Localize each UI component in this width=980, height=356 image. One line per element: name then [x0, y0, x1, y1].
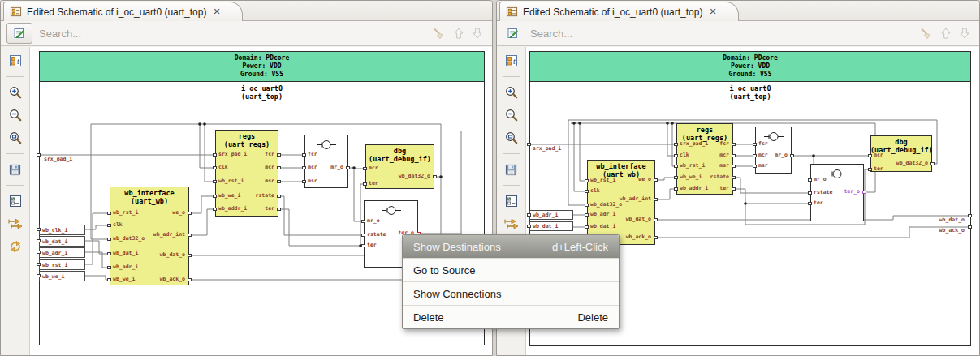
zoom-in-icon[interactable] [501, 82, 522, 103]
menu-item-delete[interactable]: DeleteDelete [403, 305, 619, 328]
menu-item-label: Delete [413, 311, 444, 324]
clear-broom-icon[interactable] [432, 27, 445, 40]
zoom-out-icon[interactable] [501, 105, 522, 126]
menu-item-go-to-source[interactable]: Go to Source [403, 258, 619, 281]
clear-broom-icon[interactable] [919, 27, 932, 40]
find-previous-icon[interactable] [941, 28, 951, 39]
schematic-options-icon[interactable] [501, 50, 522, 71]
tab-title: Edited Schematic of i_oc_uart0 (uart_top… [27, 6, 206, 18]
context-menu: Show Destinationsd+Left-ClickGo to Sourc… [402, 234, 620, 329]
search-options-button[interactable] [6, 23, 32, 44]
save-icon[interactable] [501, 159, 522, 180]
menu-item-shortcut: d+Left-Click [552, 241, 608, 253]
menu-item-label: Go to Source [413, 264, 476, 277]
toolbar-separator [503, 153, 520, 154]
find-next-icon[interactable] [473, 28, 482, 39]
search-input[interactable] [37, 27, 427, 41]
tab-bar-left: Edited Schematic of i_oc_uart0 (uart_top… [1, 1, 492, 21]
zoom-fit-icon[interactable] [5, 127, 26, 148]
tab-schematic-left[interactable]: Edited Schematic of i_oc_uart0 (uart_top… [3, 2, 243, 21]
search-edit-icon [13, 27, 26, 40]
search-input[interactable] [529, 27, 914, 41]
find-previous-icon[interactable] [454, 28, 464, 39]
tab-close-icon[interactable]: ✕ [709, 6, 716, 17]
menu-item-show-connections[interactable]: Show Connections [403, 281, 619, 305]
tab-title: Edited Schematic of i_oc_uart0 (uart_top… [523, 6, 702, 18]
tab-close-icon[interactable]: ✕ [213, 6, 220, 17]
menu-item-label: Show Destinations [413, 241, 501, 253]
menu-item-label: Show Connections [413, 288, 501, 300]
schematic-toolbar-left [1, 47, 30, 355]
tab-bar-right: Edited Schematic of i_oc_uart0 (uart_top… [497, 1, 979, 21]
regenerate-icon[interactable] [5, 236, 26, 257]
preferences-icon[interactable] [501, 191, 522, 212]
schematic-tab-icon [10, 6, 22, 18]
follow-connection-icon[interactable] [501, 213, 522, 234]
search-edit-icon [507, 27, 520, 40]
schematic-tab-icon [506, 6, 518, 18]
schematic-options-icon[interactable] [5, 50, 26, 71]
tab-schematic-right[interactable]: Edited Schematic of i_oc_uart0 (uart_top… [499, 2, 739, 21]
zoom-fit-icon[interactable] [501, 127, 522, 148]
menu-item-shortcut: Delete [577, 311, 608, 324]
search-bar-right [497, 21, 979, 46]
toolbar-separator [6, 76, 24, 77]
toolbar-separator [503, 185, 520, 186]
search-bar-left [1, 21, 492, 46]
zoom-out-icon[interactable] [5, 105, 26, 126]
menu-item-show-destinations[interactable]: Show Destinationsd+Left-Click [403, 235, 619, 258]
search-options-button[interactable] [503, 24, 524, 43]
preferences-icon[interactable] [5, 191, 26, 212]
find-next-icon[interactable] [960, 28, 969, 39]
follow-connection-icon[interactable] [5, 213, 26, 234]
save-icon[interactable] [5, 159, 26, 180]
toolbar-separator [503, 76, 520, 77]
zoom-in-icon[interactable] [5, 82, 26, 103]
application-window: Edited Schematic of i_oc_uart0 (uart_top… [0, 0, 980, 356]
toolbar-separator [6, 153, 24, 154]
toolbar-separator [6, 185, 24, 186]
